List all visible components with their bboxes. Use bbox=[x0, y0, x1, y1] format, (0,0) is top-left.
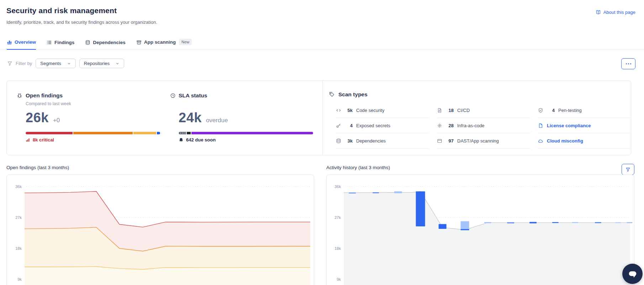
tab-app-scanning[interactable]: App scanningNew bbox=[136, 39, 192, 49]
open-findings-chart-title: Open findings (last 3 months) bbox=[6, 165, 314, 170]
activity-bar-10 bbox=[552, 222, 559, 223]
bar-segment-overdue bbox=[191, 132, 313, 134]
open-findings-chart-card: 36k27k18k9k bbox=[6, 174, 314, 285]
tab-overview[interactable]: Overview bbox=[7, 39, 36, 50]
activity-filter-button[interactable] bbox=[622, 164, 634, 175]
scan-type-dast-app-scanning: 97DAST/App scanning bbox=[437, 133, 530, 149]
scan-type-count: 97 bbox=[445, 138, 454, 144]
tab-label: Findings bbox=[54, 40, 74, 45]
filter-dropdown-repositories[interactable]: Repositories bbox=[79, 59, 124, 68]
scan-type-count: 3k bbox=[344, 138, 353, 144]
tab-label: Overview bbox=[15, 39, 36, 45]
scan-type-code-security: 5kCode security bbox=[336, 103, 429, 118]
activity-history-chart-card: 36k27k18k9k bbox=[326, 174, 634, 285]
activity-bar-3 bbox=[394, 192, 402, 193]
sla-overdue-label: overdue bbox=[206, 117, 228, 124]
filter-by-label: Filter by bbox=[7, 61, 32, 66]
activity-bar-12 bbox=[595, 222, 601, 223]
activity-bar-9 bbox=[529, 222, 537, 224]
activity-bar-14 bbox=[627, 222, 632, 223]
file-text-icon bbox=[437, 108, 442, 113]
scan-types-grid: 5kCode security18CI/CD4Pen-testing4Expos… bbox=[336, 103, 631, 149]
cloud-icon bbox=[538, 138, 543, 144]
filter-dropdown-segments[interactable]: Segments bbox=[36, 59, 76, 68]
due-soon-note: 642 due soon bbox=[179, 137, 216, 142]
tab-findings[interactable]: Findings bbox=[47, 40, 74, 49]
gear-icon bbox=[437, 123, 442, 128]
sla-overdue-value: 24k bbox=[179, 111, 202, 125]
scan-type-label: Cloud misconfig bbox=[547, 138, 583, 144]
database-icon bbox=[336, 138, 341, 144]
scan-type-count: 4 bbox=[344, 123, 353, 128]
scan-type-pen-testing: 4Pen-testing bbox=[538, 103, 631, 118]
chevron-down-icon bbox=[67, 61, 71, 66]
chat-widget-button[interactable] bbox=[622, 264, 643, 284]
security-dashboard-page: { "page": { "title": "Security and risk … bbox=[0, 0, 644, 285]
y-tick-label: 18k bbox=[15, 246, 22, 251]
scan-type-label: CI/CD bbox=[457, 108, 470, 113]
file-icon bbox=[538, 123, 543, 128]
more-options-button[interactable] bbox=[621, 58, 635, 69]
scan-type-count: 5k bbox=[344, 108, 353, 113]
scan-type-dependencies: 3kDependencies bbox=[336, 133, 429, 149]
scan-type-label: Dependencies bbox=[356, 138, 386, 144]
activity-bar-5 bbox=[439, 224, 447, 229]
filter-bar: Filter by SegmentsRepositories bbox=[7, 58, 124, 69]
y-tick-label: 9k bbox=[17, 277, 22, 281]
about-this-page-label: About this page bbox=[603, 10, 635, 15]
clock-icon bbox=[170, 93, 176, 98]
activity-bar-strip bbox=[461, 229, 469, 230]
activity-history-chart-section: Activity history (last 3 months) 36k27k1… bbox=[326, 165, 634, 285]
about-this-page-link[interactable]: About this page bbox=[596, 10, 635, 15]
dropdown-label: Segments bbox=[40, 61, 61, 66]
activity-bar-6 bbox=[461, 221, 469, 230]
scan-type-label: Exposed secrets bbox=[356, 123, 390, 128]
card-vertical-divider bbox=[322, 81, 323, 155]
sla-status-title: SLA status bbox=[179, 92, 207, 99]
shield-check-icon bbox=[538, 108, 543, 113]
y-tick-label: 27k bbox=[15, 215, 22, 220]
critical-note: 8k critical bbox=[26, 137, 54, 142]
scan-type-ci-cd: 18CI/CD bbox=[437, 103, 530, 118]
package-icon bbox=[136, 39, 142, 45]
scan-type-cloud-misconfig[interactable]: Cloud misconfig bbox=[538, 133, 631, 149]
bar-segment-paused bbox=[179, 132, 186, 134]
open-findings-title: Open findings bbox=[26, 92, 63, 99]
scan-type-infra-as-code: 28Infra-as-code bbox=[437, 118, 530, 133]
activity-bar-1 bbox=[349, 193, 356, 193]
page-title: Security and risk management bbox=[6, 6, 117, 15]
sla-value-row: 24k overdue bbox=[179, 111, 228, 125]
funnel-icon bbox=[7, 61, 12, 66]
funnel-icon bbox=[625, 167, 630, 172]
open-findings-area-chart: 36k27k18k9k bbox=[7, 175, 314, 285]
scan-types-title: Scan types bbox=[338, 91, 368, 98]
ellipsis-icon bbox=[626, 63, 627, 64]
open-findings-delta: +0 bbox=[53, 117, 60, 124]
list-icon bbox=[47, 40, 52, 45]
book-icon bbox=[596, 10, 601, 15]
open-findings-chart-section: Open findings (last 3 months) 36k27k18k9… bbox=[6, 165, 314, 285]
activity-bar-2 bbox=[373, 192, 379, 193]
severity-breakdown-bar bbox=[26, 132, 160, 134]
summary-card: Open findings Compared to last week 26k … bbox=[6, 80, 631, 155]
bar-segment-on-track bbox=[187, 132, 191, 134]
bell-icon bbox=[179, 138, 184, 142]
scan-type-exposed-secrets: 4Exposed secrets bbox=[336, 118, 429, 133]
bug-icon-wrap bbox=[16, 92, 23, 99]
scan-type-count: 4 bbox=[546, 108, 555, 113]
database-icon bbox=[85, 40, 90, 45]
scan-type-label: License compliance bbox=[547, 123, 591, 128]
tab-label: App scanning bbox=[144, 39, 176, 45]
y-tick-label: 36k bbox=[15, 184, 22, 189]
tab-dependencies[interactable]: Dependencies bbox=[85, 40, 126, 49]
chevron-down-icon bbox=[115, 61, 120, 66]
scan-type-license-compliance[interactable]: License compliance bbox=[538, 118, 631, 133]
tag-icon bbox=[329, 91, 335, 97]
scan-type-count: 18 bbox=[445, 108, 454, 113]
bar-segment-high bbox=[73, 132, 132, 134]
y-tick-label: 36k bbox=[334, 184, 341, 189]
bar-segment-low bbox=[157, 132, 160, 134]
activity-history-chart-title: Activity history (last 3 months) bbox=[326, 165, 634, 170]
activity-history-bar-chart: 36k27k18k9k bbox=[327, 175, 634, 285]
activity-bar-13 bbox=[615, 222, 621, 223]
